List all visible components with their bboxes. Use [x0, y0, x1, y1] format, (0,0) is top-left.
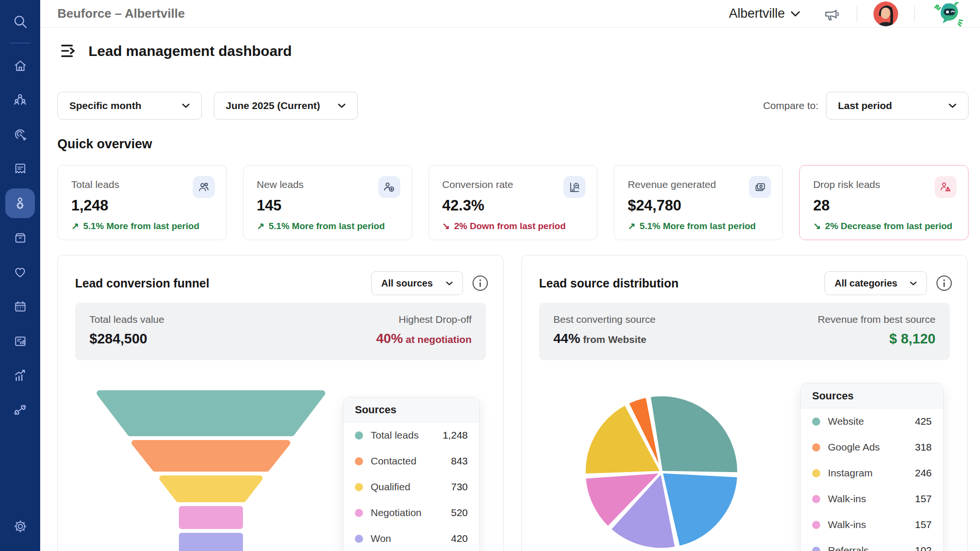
categories-filter-value: All categories — [835, 278, 897, 289]
sidebar-nav — [0, 48, 40, 427]
revenue-best-source-label: Revenue from best source — [818, 314, 936, 325]
funnel-segment-qualified[interactable] — [162, 478, 260, 499]
mascot-logo[interactable] — [931, 1, 968, 27]
sidebar-item-performance[interactable] — [0, 358, 40, 393]
chevron-down-icon — [948, 103, 957, 108]
pie-chart[interactable] — [583, 393, 740, 551]
search-icon[interactable] — [0, 12, 40, 32]
sidebar-item-target[interactable] — [0, 117, 40, 152]
funnel-segment-contacted[interactable] — [134, 443, 287, 469]
legend-row[interactable]: Website425 — [801, 408, 943, 434]
source-summary-strip: Best converting source 44% from Website … — [539, 303, 950, 360]
legend-row[interactable]: Won420 — [343, 526, 479, 551]
info-icon[interactable] — [936, 276, 952, 291]
card-value: 28 — [813, 197, 955, 214]
dumbbell-icon — [12, 402, 28, 418]
sidebar-item-package[interactable] — [0, 220, 40, 255]
legend-row[interactable]: Google Ads318 — [801, 434, 943, 460]
legend-row[interactable]: Qualified730 — [343, 474, 479, 500]
funnel-chart[interactable] — [93, 387, 330, 551]
period-value: June 2025 (Current) — [226, 100, 320, 111]
trend-arrow-icon: ↗ — [71, 220, 79, 231]
topbar-separator — [857, 6, 857, 22]
legend-dot — [355, 457, 363, 465]
card-drop-risk-leads[interactable]: Drop risk leads 28 ↘ 2% Decrease from la… — [799, 165, 969, 240]
legend-row[interactable]: Instagram246 — [801, 460, 943, 486]
categories-filter-select[interactable]: All categories — [825, 271, 927, 295]
notes-icon — [13, 162, 28, 176]
calendar-icon — [13, 299, 28, 314]
sidebar-item-team[interactable] — [0, 83, 40, 117]
period-type-value: Specific month — [69, 100, 142, 111]
legend-dot — [355, 509, 363, 517]
overview-cards: Total leads 1,248 ↗ 5.1% More from last … — [57, 165, 969, 240]
compare-select[interactable]: Last period — [826, 92, 969, 120]
sidebar-item-notes[interactable] — [0, 152, 40, 186]
sidebar-item-calendar[interactable] — [0, 289, 40, 324]
card-new-leads[interactable]: New leads 145 ↗ 5.1% More from last peri… — [243, 165, 412, 240]
funnel-segment-won[interactable] — [182, 536, 240, 551]
collapse-panel-icon[interactable] — [61, 44, 77, 59]
megaphone-icon[interactable] — [823, 5, 840, 22]
quick-overview-heading: Quick overview — [57, 137, 152, 152]
pie-slice-0[interactable] — [650, 395, 738, 474]
card-value: 1,248 — [71, 197, 213, 214]
card-total-leads[interactable]: Total leads 1,248 ↗ 5.1% More from last … — [57, 165, 227, 240]
team-icon — [12, 92, 28, 108]
user-plus-icon — [378, 176, 400, 198]
legend-row[interactable]: Negotiation520 — [343, 500, 479, 526]
highest-dropoff-value: 40% at negotiation — [376, 331, 472, 346]
legend-row[interactable]: Referrals102 — [801, 538, 943, 551]
legend-dot — [812, 443, 820, 452]
period-value-select[interactable]: June 2025 (Current) — [214, 92, 358, 120]
funnel-segment-negotiation[interactable] — [182, 509, 240, 526]
card-value: $24,780 — [628, 197, 769, 214]
period-type-select[interactable]: Specific month — [57, 92, 202, 120]
user-alert-icon — [935, 176, 957, 198]
legend-dot — [355, 535, 363, 543]
legend-title: Sources — [343, 397, 479, 422]
compare-value: Last period — [838, 100, 892, 111]
card-label: Total leads — [71, 179, 213, 190]
sidebar-item-reports[interactable] — [0, 324, 40, 358]
card-revenue-generated[interactable]: Revenue generated $24,780 ↗ 5.1% More fr… — [614, 165, 783, 240]
sources-filter-select[interactable]: All sources — [371, 271, 463, 295]
user-avatar[interactable] — [873, 1, 898, 26]
legend-title: Sources — [801, 384, 943, 408]
trend-chart-icon — [12, 368, 28, 383]
trend-arrow-icon: ↘ — [813, 220, 821, 231]
legend-row[interactable]: Walk-ins157 — [801, 486, 943, 512]
legend-row[interactable]: Walk-ins157 — [801, 512, 943, 538]
card-label: Conversion rate — [442, 179, 584, 190]
revenue-best-source-value: $ 8,120 — [818, 331, 936, 347]
topbar-separator — [914, 6, 915, 22]
filters-row: Specific month June 2025 (Current) Compa… — [57, 92, 969, 120]
legend-row[interactable]: Total leads1,248 — [343, 422, 479, 448]
total-leads-value-label: Total leads value — [89, 314, 164, 325]
card-value: 145 — [257, 197, 398, 214]
sidebar-item-training[interactable] — [0, 393, 40, 427]
legend-row[interactable]: Contacted843 — [343, 448, 479, 474]
main-content: Lead management dashboard Specific month… — [40, 28, 980, 551]
report-icon — [13, 334, 28, 349]
sidebar-item-favorites[interactable] — [0, 255, 40, 289]
settings-gear-icon[interactable] — [0, 513, 40, 540]
card-conversion-rate[interactable]: Conversion rate 42.3% ↘ 2% Down from las… — [429, 165, 598, 240]
card-label: New leads — [257, 179, 398, 190]
chevron-down-icon — [446, 281, 453, 286]
chevron-down-icon — [791, 11, 800, 17]
sidebar-item-home[interactable] — [0, 48, 40, 83]
location-dropdown[interactable]: Albertville — [729, 6, 800, 21]
sources-filter-value: All sources — [381, 278, 433, 289]
chart-search-icon — [563, 176, 585, 198]
trend-arrow-icon: ↘ — [442, 220, 450, 231]
legend-dot — [812, 547, 820, 551]
sidebar-item-lead-settings[interactable] — [0, 186, 40, 220]
users-icon — [193, 176, 215, 198]
sidebar-divider — [10, 43, 31, 44]
page-title: Lead management dashboard — [88, 43, 292, 59]
info-icon[interactable] — [473, 276, 488, 291]
funnel-segment-total-leads[interactable] — [99, 393, 322, 433]
legend-dot — [812, 418, 820, 426]
card-delta: ↘ 2% Down from last period — [442, 220, 584, 231]
